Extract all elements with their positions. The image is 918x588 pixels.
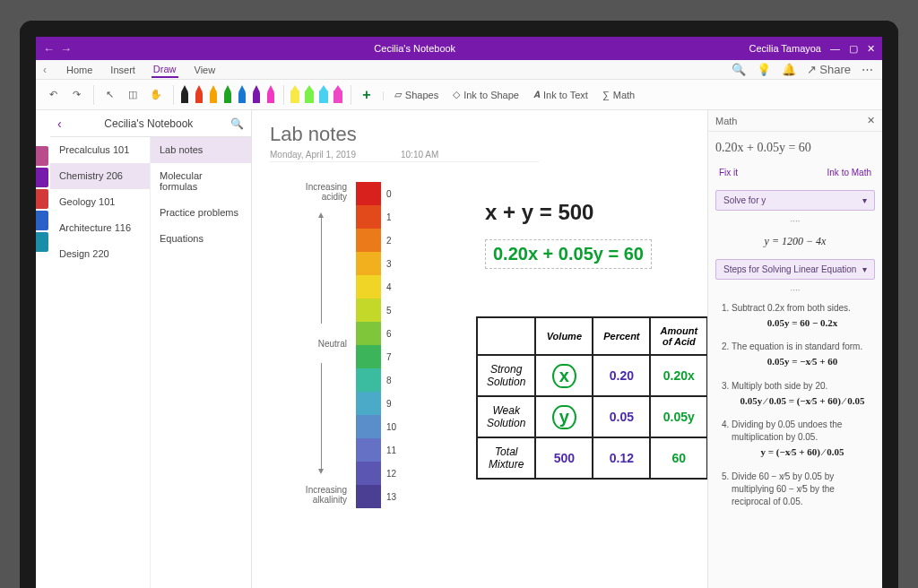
close-icon[interactable]: ✕ [867,43,875,55]
section-item[interactable]: Design 220 [50,241,150,267]
ph-row: 9 [356,392,399,415]
minimize-icon[interactable]: — [830,43,840,55]
ribbon-tabs: ‹ Home Insert Draw View 🔍 💡 🔔 ↗ Share ⋯ [36,60,882,80]
table-header: Percent [593,317,650,355]
ph-scale: Increasing acidity Neutral Increasing al… [295,182,399,508]
math-equation-display: 0.20x + 0.05y = 60 [708,132,882,164]
steps-dropdown[interactable]: Steps for Solving Linear Equation▾ [715,259,875,280]
ph-row: 11 [356,438,399,462]
ph-row: 8 [356,368,399,392]
notebook-tab[interactable] [36,146,48,166]
redo-icon[interactable]: ↷ [66,85,86,105]
ph-row: 5 [356,298,399,322]
sidebar-back-icon[interactable]: ‹ [57,117,62,131]
ph-label-acid: Increasing acidity [295,182,347,202]
search-icon[interactable]: 🔍 [732,63,746,76]
highlighter-tool[interactable] [290,85,300,105]
tab-home[interactable]: Home [65,63,94,77]
solution-step: Divide 60 − x⁄5 by 0.05 by multiplying 6… [732,471,873,508]
page-canvas[interactable]: Lab notes Monday, April 1, 2019 10:10 AM… [252,110,707,588]
ph-row: 0 [356,182,399,205]
pen-tool[interactable] [208,85,219,105]
drawing-toolbar: ↶ ↷ ↖ ◫ ✋ + | ▱ Shapes ◇ Ink to Shape 𝘼 … [36,80,882,110]
tab-draw[interactable]: Draw [152,62,178,78]
highlighter-tool[interactable] [304,85,315,105]
shapes-button[interactable]: ▱ Shapes [390,86,443,103]
section-item[interactable]: Geology 101 [50,189,150,215]
undo-icon[interactable]: ↶ [43,85,63,105]
acid-mixture-table: VolumePercentAmount of Acid Strong Solut… [476,316,707,480]
math-result: y = 1200 − 4x [708,228,882,255]
solve-for-dropdown[interactable]: Solve for y▾ [715,190,875,211]
nav-back-icon[interactable]: ← [43,42,55,56]
math-panel: Math ✕ 0.20x + 0.05y = 60 Fix it Ink to … [707,110,882,588]
highlighter-gallery [290,85,351,105]
page-item[interactable]: Lab notes [151,137,251,163]
math-panel-title: Math [715,116,737,126]
table-row: Total Mixture 500 0.12 60 [477,437,707,479]
sidebar-title: Cecilia's Notebook [67,117,230,130]
lightbulb-icon[interactable]: 💡 [757,63,771,76]
pen-tool[interactable] [265,85,276,105]
section-item[interactable]: Chemistry 206 [50,163,150,189]
pen-tool[interactable] [237,85,247,105]
page-item[interactable]: Practice problems [151,200,251,226]
equation-2-selected[interactable]: 0.20x + 0.05y = 60 [485,239,652,269]
add-pen-icon[interactable]: + [357,85,377,105]
pen-tool[interactable] [222,85,233,105]
hand-tool[interactable]: ✋ [146,85,166,105]
ph-row: 6 [356,322,399,345]
ph-row: 12 [356,462,399,485]
page-list: Lab notesMolecular formulasPractice prob… [151,137,251,588]
lasso-tool[interactable]: ◫ [123,85,143,105]
tab-view[interactable]: View [193,63,218,77]
highlighter-tool[interactable] [318,85,329,105]
solution-step: The equation is in standard form.0.05y =… [732,341,873,368]
ph-row: 1 [356,205,399,229]
sidebar-search-icon[interactable]: 🔍 [230,117,244,130]
section-item[interactable]: Architecture 116 [50,215,150,241]
ink-to-text-button[interactable]: 𝘼 Ink to Text [529,86,593,103]
notebook-tab[interactable] [36,189,48,209]
pen-tool[interactable] [251,85,262,105]
share-button[interactable]: ↗ Share [807,63,851,76]
ph-row: 4 [356,275,399,298]
page-item[interactable]: Equations [151,226,251,252]
solution-step: Subtract 0.2x from both sides.0.05y = 60… [732,302,873,330]
titlebar: ← → Cecilia's Notebook Cecilia Tamayoa —… [36,37,882,60]
notebook-tabs-strip [36,110,50,588]
pen-tool[interactable] [194,85,204,105]
equation-1: x + y = 500 [485,200,652,225]
bell-icon[interactable]: 🔔 [782,63,796,76]
page-title[interactable]: Lab notes [270,123,689,146]
ink-to-shape-button[interactable]: ◇ Ink to Shape [448,86,524,103]
math-panel-close-icon[interactable]: ✕ [867,115,875,126]
navigation-pane: ‹ Cecilia's Notebook 🔍 Precalculus 101Ch… [50,110,252,588]
pen-gallery [179,85,284,105]
section-item[interactable]: Precalculus 101 [50,137,150,163]
user-name[interactable]: Cecilia Tamayoa [749,43,821,54]
notebook-tab[interactable] [36,232,48,252]
page-item[interactable]: Molecular formulas [151,163,251,200]
fix-it-link[interactable]: Fix it [719,168,738,177]
ph-row: 3 [356,252,399,275]
ph-row: 10 [356,415,399,438]
table-header [477,317,535,355]
tab-insert[interactable]: Insert [108,63,137,77]
table-row: Strong Solution x 0.20 0.20x [477,355,707,396]
notebook-tab[interactable] [36,211,48,230]
nav-forward-icon[interactable]: → [60,42,72,56]
cursor-tool[interactable]: ↖ [100,85,119,105]
ribbon-back-icon[interactable]: ‹ [39,64,50,76]
pen-tool[interactable] [179,85,190,105]
highlighter-tool[interactable] [333,85,343,105]
solution-step: Dividing by 0.05 undoes the multiplicati… [732,419,873,459]
notebook-tab[interactable] [36,168,48,187]
page-date: Monday, April 1, 2019 [270,150,356,160]
ellipsis-icon[interactable]: ⋯ [862,63,873,76]
math-button[interactable]: ∑ Math [598,87,639,103]
maximize-icon[interactable]: ▢ [849,43,858,55]
ph-row: 7 [356,345,399,368]
ph-row: 2 [356,229,399,252]
ink-to-math-link[interactable]: Ink to Math [827,168,871,177]
